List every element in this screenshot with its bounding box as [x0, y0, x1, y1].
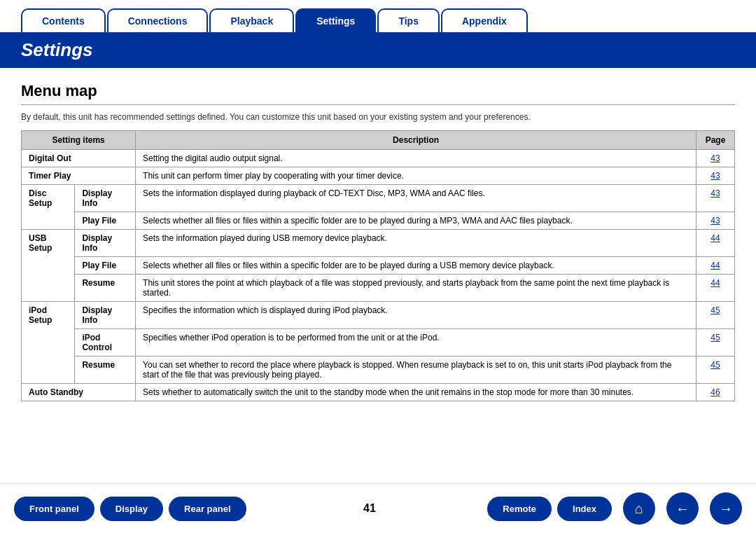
desc-ipod-control: Specifies whether iPod operation is to b… — [136, 329, 696, 357]
settings-header: Settings — [0, 32, 756, 68]
page-ipod-control: 45 — [696, 329, 735, 357]
col-header-desc: Description — [136, 131, 696, 150]
page-disc-display-info: 43 — [696, 185, 735, 212]
col-header-page: Page — [696, 131, 735, 150]
desc-usb-play-file: Selects whether all files or files withi… — [136, 257, 696, 275]
setting-auto-standby: Auto Standby — [22, 384, 136, 401]
desc-disc-display-info: Sets the information displayed during pl… — [136, 185, 696, 212]
page-number: 41 — [252, 502, 488, 515]
page-ipod-resume: 45 — [696, 357, 735, 384]
icon-buttons: ⌂ ← → — [617, 492, 742, 525]
settings-title: Settings — [21, 39, 735, 61]
forward-icon: → — [719, 501, 733, 517]
desc-ipod-display-info: Specifies the information which is displ… — [136, 302, 696, 329]
setting-disc-setup: Disc Setup — [22, 185, 75, 230]
back-button[interactable]: ← — [666, 492, 699, 525]
main-content: Menu map By default, this unit has recom… — [0, 68, 756, 415]
setting-usb-display-info: Display Info — [75, 230, 136, 257]
setting-ipod-setup: iPod Setup — [22, 302, 75, 384]
table-row: USB Setup Display Info Sets the informat… — [22, 230, 735, 257]
page-auto-standby: 46 — [696, 384, 735, 401]
table-row: Play File Selects whether all files or f… — [22, 212, 735, 230]
page-title: Menu map — [21, 82, 735, 100]
tab-settings[interactable]: Settings — [295, 8, 376, 32]
remote-button[interactable]: Remote — [487, 497, 552, 521]
table-row: iPod Setup Display Info Specifies the in… — [22, 302, 735, 329]
setting-usb-setup: USB Setup — [22, 230, 75, 302]
setting-disc-display-info: Display Info — [75, 185, 136, 212]
page-usb-resume: 44 — [696, 275, 735, 302]
setting-usb-play-file: Play File — [75, 257, 136, 275]
table-row: Auto Standby Sets whether to automatical… — [22, 384, 735, 401]
desc-usb-resume: This unit stores the point at which play… — [136, 275, 696, 302]
setting-timer-play: Timer Play — [22, 167, 136, 185]
desc-usb-display-info: Sets the information played during USB m… — [136, 230, 696, 257]
desc-auto-standby: Sets whether to automatically switch the… — [136, 384, 696, 401]
page-usb-play-file: 44 — [696, 257, 735, 275]
page-timer-play: 43 — [696, 167, 735, 185]
display-button[interactable]: Display — [100, 497, 163, 521]
table-row: Digital Out Setting the digital audio ou… — [22, 150, 735, 167]
tab-tips[interactable]: Tips — [377, 8, 440, 32]
page-usb-display-info: 44 — [696, 230, 735, 257]
setting-digital-out: Digital Out — [22, 150, 136, 167]
home-button[interactable]: ⌂ — [623, 492, 655, 525]
desc-timer-play: This unit can perform timer play by coop… — [136, 167, 696, 185]
setting-disc-play-file: Play File — [75, 212, 136, 230]
forward-button[interactable]: → — [710, 492, 742, 525]
setting-ipod-resume: Resume — [75, 357, 136, 384]
table-row: Play File Selects whether all files or f… — [22, 257, 735, 275]
table-row: Timer Play This unit can perform timer p… — [22, 167, 735, 185]
tab-playback[interactable]: Playback — [209, 8, 294, 32]
page-digital-out: 43 — [696, 150, 735, 167]
table-row: Resume This unit stores the point at whi… — [22, 275, 735, 302]
setting-ipod-control: iPod Control — [75, 329, 136, 357]
table-row: Disc Setup Display Info Sets the informa… — [22, 185, 735, 212]
desc-ipod-resume: You can set whether to record the place … — [136, 357, 696, 384]
rear-panel-button[interactable]: Rear panel — [169, 497, 246, 521]
table-row: iPod Control Specifies whether iPod oper… — [22, 329, 735, 357]
page-disc-play-file: 43 — [696, 212, 735, 230]
divider — [21, 104, 735, 105]
setting-usb-resume: Resume — [75, 275, 136, 302]
index-button[interactable]: Index — [557, 497, 612, 521]
nav-tabs: Contents Connections Playback Settings T… — [0, 0, 756, 32]
setting-ipod-display-info: Display Info — [75, 302, 136, 329]
home-icon: ⌂ — [635, 501, 643, 517]
menu-table: Setting items Description Page Digital O… — [21, 130, 735, 401]
table-row: Resume You can set whether to record the… — [22, 357, 735, 384]
back-icon: ← — [676, 501, 690, 517]
intro-text: By default, this unit has recommended se… — [21, 112, 735, 122]
front-panel-button[interactable]: Front panel — [14, 497, 94, 521]
col-header-setting: Setting items — [22, 131, 136, 150]
tab-appendix[interactable]: Appendix — [441, 8, 528, 32]
page-ipod-display-info: 45 — [696, 302, 735, 329]
desc-digital-out: Setting the digital audio output signal. — [136, 150, 696, 167]
tab-connections[interactable]: Connections — [107, 8, 209, 32]
tab-contents[interactable]: Contents — [21, 8, 106, 32]
desc-disc-play-file: Selects whether all files or files withi… — [136, 212, 696, 230]
bottom-nav: Front panel Display Rear panel 41 Remote… — [0, 483, 756, 533]
